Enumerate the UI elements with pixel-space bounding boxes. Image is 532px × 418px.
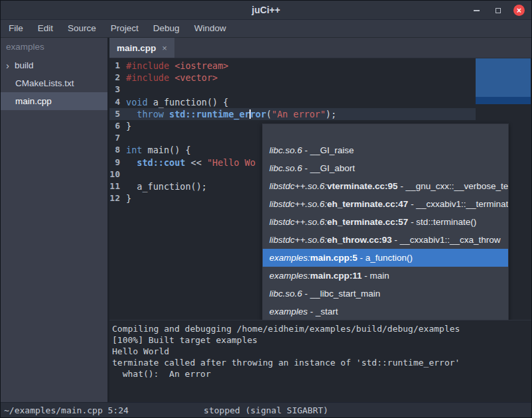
stack-frame-library: libstdc++.so.6: <box>269 181 327 191</box>
menubar: FileEditSourceProjectDebugWindow <box>1 20 531 38</box>
code-text <box>123 84 126 96</box>
stack-frame[interactable]: libc.so.6 - __GI_raise <box>263 141 508 159</box>
code-text: } <box>123 192 131 204</box>
stack-list: libc.so.6 - __GI_raiselibc.so.6 - __GI_a… <box>263 141 508 320</box>
line-number: 12 <box>109 192 123 204</box>
menu-item-project[interactable]: Project <box>103 20 146 37</box>
menu-item-edit[interactable]: Edit <box>31 20 60 37</box>
titlebar[interactable]: juCi++ × <box>1 1 531 20</box>
stack-frame-function: - __GI_raise <box>302 145 354 155</box>
restore-button[interactable] <box>492 5 503 16</box>
menu-item-source[interactable]: Source <box>60 20 103 37</box>
terminal-line: Compiling and debugging /home/eidheim/ex… <box>112 323 531 334</box>
tab-label: main.cpp <box>117 43 156 53</box>
stack-frame-location: eh_throw.cc:93 <box>327 235 392 245</box>
stack-frame[interactable]: examples:main.cpp:5 - a_function() <box>263 249 508 267</box>
stack-frame[interactable]: examples:main.cpp:11 - main <box>263 267 508 285</box>
stack-frame-location: vterminate.cc:95 <box>327 181 398 191</box>
code-text <box>123 132 126 144</box>
stack-frame-library: libstdc++.so.6: <box>269 235 327 245</box>
statusbar: ~/examples/main.cpp 5:24 stopped (signal… <box>1 402 531 417</box>
stack-frame-function: - __GI_abort <box>302 163 356 173</box>
file-tree: ›buildCMakeLists.txtmain.cpp <box>1 56 107 110</box>
menu-item-window[interactable]: Window <box>187 20 233 37</box>
project-name: examples <box>1 38 107 56</box>
tree-item-label: CMakeLists.txt <box>15 74 74 92</box>
stack-frame[interactable]: libstdc++.so.6:eh_terminate.cc:47 - __cx… <box>263 195 508 213</box>
terminal-line: what(): An error <box>112 368 531 380</box>
tree-item-main-cpp[interactable]: main.cpp <box>1 92 107 110</box>
sidebar: examples ›buildCMakeLists.txtmain.cpp <box>1 38 107 402</box>
stack-frame-library: libstdc++.so.6: <box>269 217 327 227</box>
code-text: a_function(); <box>123 180 207 192</box>
line-number: 9 <box>109 157 123 169</box>
line-number: 6 <box>109 120 123 132</box>
code-line-2[interactable]: 2#include <vector> <box>109 72 531 84</box>
stack-frame[interactable]: libc.so.6 - __GI_abort <box>263 159 508 177</box>
stack-frame[interactable]: examples - _start <box>263 303 508 320</box>
code-line-5[interactable]: 5 throw std::runtime_error("An error"); <box>109 108 531 120</box>
code-text: int main() { <box>123 144 191 156</box>
debug-status: stopped (signal SIGABRT) <box>204 405 328 415</box>
line-number: 8 <box>109 144 123 156</box>
stack-frame-library: libstdc++.so.6: <box>269 199 327 209</box>
line-number: 7 <box>109 132 123 144</box>
code-text: #include <iostream> <box>123 60 228 72</box>
stack-frame-library: examples <box>269 307 308 316</box>
app-window: juCi++ × FileEditSourceProjectDebugWindo… <box>0 0 532 418</box>
code-text: throw std::runtime_error("An error"); <box>123 108 336 120</box>
stack-frame-library: libc.so.6 <box>269 289 302 299</box>
code-text: std::cout << "Hello Wo <box>123 157 255 169</box>
tab-main-cpp[interactable]: main.cpp× <box>109 38 174 58</box>
code-line-1[interactable]: 1#include <iostream> <box>109 60 531 72</box>
menu-item-debug[interactable]: Debug <box>146 20 187 37</box>
terminal-output[interactable]: Compiling and debugging /home/eidheim/ex… <box>109 320 531 402</box>
tree-item-cmakelists-txt[interactable]: CMakeLists.txt <box>1 74 107 92</box>
code-line-4[interactable]: 4void a_function() { <box>109 96 531 108</box>
window-controls: × <box>471 1 525 20</box>
stack-frame[interactable]: libstdc++.so.6:eh_terminate.cc:57 - std:… <box>263 213 508 231</box>
line-number: 3 <box>109 84 123 96</box>
line-number: 10 <box>109 169 123 180</box>
terminal-line: [100%] Built target examples <box>112 334 531 346</box>
menu-item-file[interactable]: File <box>1 20 31 37</box>
stack-frame-library: examples: <box>269 253 310 263</box>
stack-trace-popup: libc.so.6 - __GI_raiselibc.so.6 - __GI_a… <box>262 123 509 320</box>
code-text <box>123 169 126 180</box>
tabbar: main.cpp× <box>109 38 531 58</box>
stack-frame-function: - __cxxabiv1::__terminate <box>408 199 508 209</box>
chevron-right-icon: › <box>6 57 15 74</box>
stack-frame-function: - __libc_start_main <box>302 289 381 299</box>
line-number: 2 <box>109 72 123 84</box>
tree-item-build[interactable]: ›build <box>1 56 107 74</box>
terminal-line: Hello World <box>112 346 531 357</box>
stack-frame-location: main.cpp:5 <box>310 253 358 263</box>
line-number: 1 <box>109 60 123 72</box>
tooltip-overlay-strip <box>476 97 531 104</box>
code-editor[interactable]: 1#include <iostream>2#include <vector>34… <box>109 58 531 320</box>
stack-frame-function: - _start <box>308 307 338 316</box>
code-text: } <box>123 120 131 132</box>
code-text: void a_function() { <box>123 96 228 108</box>
stack-frame-function: - __gnu_cxx::__verbose_terminate_handler <box>398 181 508 191</box>
stack-frame[interactable]: libstdc++.so.6:eh_throw.cc:93 - __cxxabi… <box>263 231 508 249</box>
stack-frame[interactable]: libc.so.6 - __libc_start_main <box>263 285 508 303</box>
stack-frame-location: eh_terminate.cc:47 <box>327 199 408 209</box>
stack-frame-library: libc.so.6 <box>269 163 302 173</box>
stack-frame-function: - std::terminate() <box>408 217 476 227</box>
minimize-button[interactable] <box>471 5 482 16</box>
code-line-3[interactable]: 3 <box>109 84 531 96</box>
stack-frame-function: - __cxxabiv1::__cxa_throw <box>392 235 501 245</box>
body: examples ›buildCMakeLists.txtmain.cpp ma… <box>1 38 531 402</box>
line-number: 4 <box>109 96 123 108</box>
restore-icon <box>496 8 501 13</box>
tree-item-label: main.cpp <box>15 92 52 110</box>
tab-close-icon[interactable]: × <box>162 43 167 53</box>
stack-frame-function: - a_function() <box>358 253 413 263</box>
close-button[interactable]: × <box>513 5 525 16</box>
stack-frame-location: eh_terminate.cc:57 <box>327 217 408 227</box>
terminal-line: terminate called after throwing an insta… <box>112 357 531 368</box>
minimize-icon <box>474 10 480 11</box>
stack-frame[interactable]: libstdc++.so.6:vterminate.cc:95 - __gnu_… <box>263 177 508 195</box>
tree-item-label: build <box>15 56 34 74</box>
